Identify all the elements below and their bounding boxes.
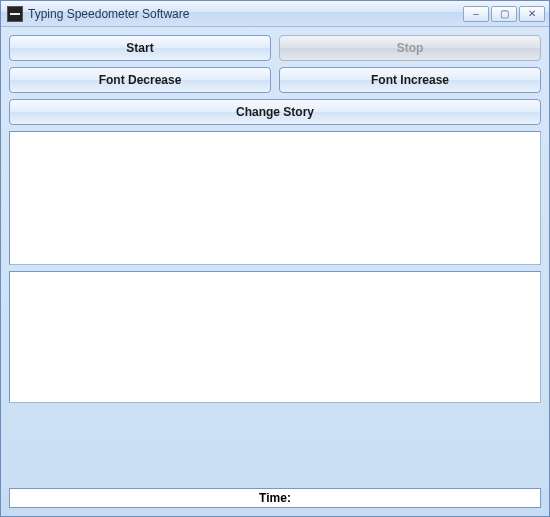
- start-button-label: Start: [126, 41, 153, 55]
- app-icon: [7, 6, 23, 22]
- stop-button: Stop: [279, 35, 541, 61]
- start-button[interactable]: Start: [9, 35, 271, 61]
- client-area: Start Stop Font Decrease Font Increase C…: [1, 27, 549, 488]
- font-decrease-button[interactable]: Font Decrease: [9, 67, 271, 93]
- spacer: [9, 409, 541, 411]
- row-font: Font Decrease Font Increase: [9, 67, 541, 93]
- close-icon: ✕: [528, 8, 536, 19]
- app-window: Typing Speedometer Software – ▢ ✕ Start …: [0, 0, 550, 517]
- change-story-button[interactable]: Change Story: [9, 99, 541, 125]
- font-increase-label: Font Increase: [371, 73, 449, 87]
- story-textarea[interactable]: [9, 131, 541, 265]
- typing-input[interactable]: [9, 271, 541, 403]
- window-title: Typing Speedometer Software: [28, 7, 463, 21]
- maximize-button[interactable]: ▢: [491, 6, 517, 22]
- stop-button-label: Stop: [397, 41, 424, 55]
- status-bar: Time:: [9, 488, 541, 508]
- minimize-button[interactable]: –: [463, 6, 489, 22]
- close-button[interactable]: ✕: [519, 6, 545, 22]
- window-controls: – ▢ ✕: [463, 6, 545, 22]
- change-story-label: Change Story: [236, 105, 314, 119]
- time-label: Time:: [259, 491, 291, 505]
- font-increase-button[interactable]: Font Increase: [279, 67, 541, 93]
- font-decrease-label: Font Decrease: [99, 73, 182, 87]
- minimize-icon: –: [473, 8, 479, 19]
- row-start-stop: Start Stop: [9, 35, 541, 61]
- maximize-icon: ▢: [500, 8, 509, 19]
- titlebar[interactable]: Typing Speedometer Software – ▢ ✕: [1, 1, 549, 27]
